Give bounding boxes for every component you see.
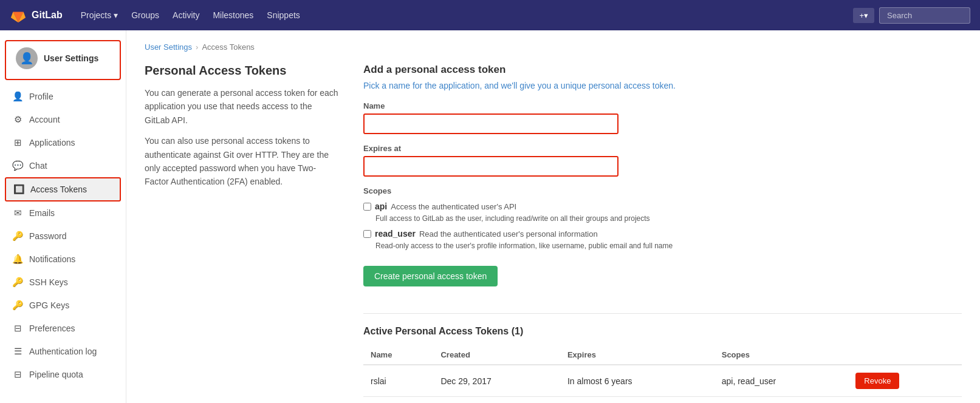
nav-groups[interactable]: Groups [125,7,165,24]
name-form-group: Name [363,101,962,134]
scope-api: api Access the authenticated user's API … [363,202,962,224]
name-label: Name [363,101,962,110]
user-settings-header[interactable]: 👤 User Settings [5,40,121,80]
breadcrumb: User Settings › Access Tokens [145,42,962,52]
sidebar-item-ssh-keys[interactable]: 🔑 SSH Keys [0,271,126,294]
gpg-keys-icon: 🔑 [12,300,23,311]
account-icon: ⚙ [12,114,23,125]
breadcrumb-current: Access Tokens [202,42,254,52]
ssh-keys-icon: 🔑 [12,277,23,288]
nav-activity[interactable]: Activity [166,7,205,24]
access-tokens-icon: 🔲 [13,184,24,195]
scope-read-user: read_user Read the authenticated user's … [363,229,962,251]
token-expires: In almost 6 years [560,365,714,397]
scopes-group: Scopes api Access the authenticated user… [363,186,962,251]
nav-projects[interactable]: Projects ▾ [75,7,124,24]
col-action [848,345,962,365]
sidebar: 👤 User Settings 👤 Profile ⚙ Account ⊞ Ap… [0,30,126,403]
nav-milestones[interactable]: Milestones [207,7,259,24]
scope-api-checkbox[interactable] [363,203,371,211]
col-name: Name [363,345,433,365]
page-layout: 👤 User Settings 👤 Profile ⚙ Account ⊞ Ap… [0,30,980,403]
scope-api-row: api Access the authenticated user's API [363,202,962,211]
token-scopes: api, read_user [714,365,849,397]
auth-log-icon: ☰ [12,346,23,357]
scope-read-user-row: read_user Read the authenticated user's … [363,229,962,239]
scope-read-user-detail: Read-only access to the user's profile i… [375,240,962,251]
chat-icon: 💬 [12,160,23,171]
sidebar-item-chat[interactable]: 💬 Chat [0,154,126,177]
scope-api-detail: Full access to GitLab as the user, inclu… [375,213,962,224]
gitlab-logo[interactable]: GitLab [10,7,63,24]
section-divider [363,313,962,314]
password-icon: 🔑 [12,231,23,242]
sidebar-item-applications[interactable]: ⊞ Applications [0,131,126,154]
revoke-button[interactable]: Revoke [855,373,899,389]
breadcrumb-separator: › [196,42,198,52]
sidebar-item-emails[interactable]: ✉ Emails [0,202,126,225]
main-content: User Settings › Access Tokens Personal A… [126,30,980,403]
sidebar-item-auth-log[interactable]: ☰ Authentication log [0,340,126,363]
table-row: rslai Dec 29, 2017 In almost 6 years api… [363,365,962,397]
pipeline-quota-icon: ⊟ [12,369,23,380]
new-item-button[interactable]: +▾ [853,8,874,23]
create-token-button[interactable]: Create personal access token [363,266,498,286]
token-action: Revoke [848,365,962,397]
scope-read-user-checkbox[interactable] [363,230,371,238]
token-created: Dec 29, 2017 [433,365,560,397]
active-tokens-title: Active Personal Access Tokens (1) [363,326,962,337]
avatar: 👤 [16,47,38,69]
scope-read-user-desc: Read the authenticated user's personal i… [419,229,598,239]
sidebar-item-account[interactable]: ⚙ Account [0,108,126,131]
notifications-icon: 🔔 [12,254,23,265]
scope-api-desc: Access the authenticated user's API [391,202,516,211]
sidebar-item-pipeline-quota[interactable]: ⊟ Pipeline quota [0,363,126,386]
scopes-label: Scopes [363,186,962,195]
profile-icon: 👤 [12,91,23,102]
sidebar-nav: 👤 Profile ⚙ Account ⊞ Applications 💬 Cha… [0,85,126,386]
nav-links: Projects ▾ Groups Activity Milestones Sn… [75,7,306,24]
tokens-table: Name Created Expires Scopes rslai Dec 29… [363,345,962,397]
sidebar-item-profile[interactable]: 👤 Profile [0,85,126,108]
preferences-icon: ⊟ [12,323,23,334]
form-title: Add a personal access token [363,64,962,76]
sidebar-item-access-tokens[interactable]: 🔲 Access Tokens [5,177,121,202]
nav-snippets[interactable]: Snippets [261,7,306,24]
col-expires: Expires [560,345,714,365]
sidebar-username: User Settings [44,53,98,63]
right-column: Add a personal access token Pick a name … [363,64,962,397]
emails-icon: ✉ [12,208,23,218]
scope-read-user-name: read_user [375,229,416,239]
expires-form-group: Expires at [363,144,962,177]
sidebar-item-gpg-keys[interactable]: 🔑 GPG Keys [0,294,126,317]
description-2: You can also use personal access tokens … [145,134,339,189]
search-input[interactable] [879,7,970,24]
description-1: You can generate a personal access token… [145,86,339,127]
breadcrumb-parent[interactable]: User Settings [145,42,192,52]
page-title: Personal Access Tokens [145,64,339,78]
scope-api-name: api [375,202,387,211]
sidebar-item-preferences[interactable]: ⊟ Preferences [0,317,126,340]
sidebar-item-notifications[interactable]: 🔔 Notifications [0,248,126,271]
top-navigation: GitLab Projects ▾ Groups Activity Milest… [0,0,980,30]
col-created: Created [433,345,560,365]
form-subtitle: Pick a name for the application, and we'… [363,81,962,90]
left-column: Personal Access Tokens You can generate … [145,64,339,397]
applications-icon: ⊞ [12,137,23,148]
expires-input[interactable] [363,156,618,177]
sidebar-item-password[interactable]: 🔑 Password [0,225,126,248]
col-scopes: Scopes [714,345,849,365]
token-name-input[interactable] [363,113,618,134]
nav-right: +▾ [853,7,970,24]
token-name: rslai [363,365,433,397]
page-body: Personal Access Tokens You can generate … [145,64,962,397]
expires-label: Expires at [363,144,962,153]
